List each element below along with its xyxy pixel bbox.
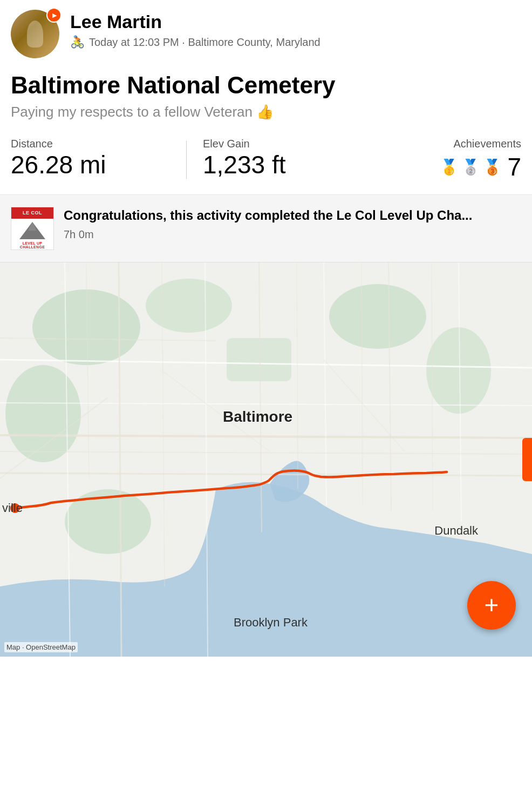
silver-medal-icon: 🥈 [461, 157, 480, 177]
svg-rect-9 [227, 338, 291, 381]
elev-gain-label: Elev Gain [203, 138, 362, 150]
challenge-time: 7h 0m [64, 228, 521, 241]
strava-side-tab[interactable] [522, 438, 532, 481]
achievements-label: Achievements [362, 138, 521, 150]
lecol-bottom-text: LEVEL UP CHALLENGE [11, 241, 53, 249]
elev-gain-stat: Elev Gain 1,233 ft [203, 138, 362, 177]
distance-value: 26.28 mi [11, 152, 170, 177]
map-svg [0, 262, 532, 657]
lecol-badge: LE COL LEVEL UP CHALLENGE [11, 207, 53, 250]
achievement-count: 7 [507, 152, 521, 181]
activity-meta: 🚴 Today at 12:03 PM · Baltimore County, … [70, 35, 521, 49]
stats-row: Distance 26.28 mi Elev Gain 1,233 ft Ach… [0, 138, 532, 195]
svg-point-7 [329, 284, 426, 349]
map-attribution: Map · OpenStreetMap [4, 642, 78, 652]
svg-point-5 [5, 365, 81, 462]
challenge-banner[interactable]: LE COL LEVEL UP CHALLENGE Congratulation… [0, 195, 532, 262]
map-brooklyn-park-label: Brooklyn Park [234, 616, 308, 630]
user-info: Lee Martin 🚴 Today at 12:03 PM · Baltimo… [70, 10, 521, 49]
map-ville-label: ville [0, 500, 25, 516]
activity-header: Lee Martin 🚴 Today at 12:03 PM · Baltimo… [0, 0, 532, 64]
user-name[interactable]: Lee Martin [70, 12, 521, 32]
svg-point-4 [32, 289, 140, 365]
lecol-mountain [11, 219, 53, 242]
fab-plus-icon: + [485, 592, 499, 617]
lecol-top-text: LE COL [23, 210, 42, 215]
activity-section: Baltimore National Cemetery Paying my re… [0, 64, 532, 138]
achievements-medals: 🥇 🥈 🥉 7 [362, 152, 521, 181]
stat-divider [186, 141, 187, 179]
challenge-text: Congratulations, this activity completed… [64, 207, 521, 240]
challenge-logo: LE COL LEVEL UP CHALLENGE [11, 207, 54, 250]
distance-label: Distance [11, 138, 170, 150]
fab-add-button[interactable]: + [467, 581, 516, 630]
svg-point-6 [146, 279, 232, 333]
challenge-title: Congratulations, this activity completed… [64, 207, 521, 224]
activity-time: Today at 12:03 PM · Baltimore County, Ma… [89, 36, 320, 49]
gold-medal-icon: 🥇 [439, 157, 459, 177]
user-avatar-container[interactable] [11, 10, 59, 58]
elev-gain-value: 1,233 ft [203, 152, 362, 177]
map-section[interactable]: Baltimore Dundalk Brooklyn Park ville Ma… [0, 262, 532, 657]
strava-arrow-icon [46, 8, 62, 23]
map-city-label: Baltimore [223, 408, 292, 426]
distance-stat: Distance 26.28 mi [11, 138, 170, 177]
achievements-stat: Achievements 🥇 🥈 🥉 7 [362, 138, 521, 181]
map-dundalk-label: Dundalk [434, 524, 478, 538]
activity-description: Paying my respects to a fellow Veteran 👍 [11, 104, 521, 120]
lecol-top-bar: LE COL [11, 207, 53, 219]
bronze-medal-icon: 🥉 [482, 157, 502, 177]
svg-point-8 [426, 327, 491, 414]
activity-title[interactable]: Baltimore National Cemetery [11, 72, 521, 98]
bike-icon: 🚴 [70, 35, 85, 49]
